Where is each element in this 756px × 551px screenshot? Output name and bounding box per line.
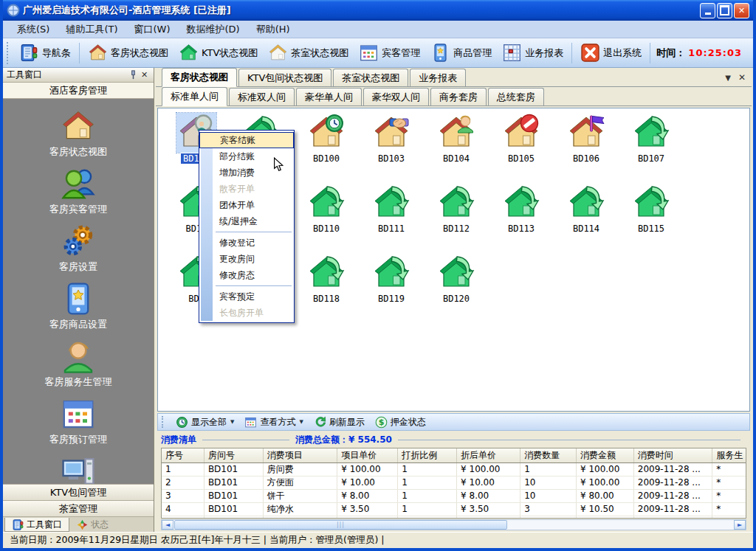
room-BD113[interactable]: BD113 <box>489 183 554 253</box>
room-type-tab-2[interactable]: 标准双人间 <box>229 88 295 105</box>
column-header-6[interactable]: 折后单价 <box>457 448 520 462</box>
column-header-1[interactable]: 序号 <box>162 448 204 462</box>
context-menu-item[interactable]: 宾客结账 <box>199 132 294 148</box>
tab-4[interactable]: 业务报表 <box>410 69 466 86</box>
context-menu-item[interactable]: 修改登记 <box>199 235 294 251</box>
context-menu-item[interactable]: 修改房态 <box>199 267 294 283</box>
context-menu-item[interactable]: 更改房间 <box>199 251 294 267</box>
room-BD103[interactable]: BD103 <box>359 113 424 183</box>
device-icon <box>430 43 450 63</box>
nav-bar-button[interactable]: 导航条 <box>14 41 76 64</box>
context-menu-separator <box>216 285 292 286</box>
room-BD106[interactable]: BD106 <box>554 113 619 183</box>
column-header-5[interactable]: 打折比例 <box>398 448 457 462</box>
scroll-right-icon[interactable]: ► <box>734 520 746 530</box>
column-header-2[interactable]: 房间号 <box>204 448 263 462</box>
tool-window-tab[interactable]: 工具窗口 <box>4 518 69 532</box>
room-BD110[interactable]: BD110 <box>294 183 359 253</box>
ktv-status-view-button[interactable]: KTV状态视图 <box>173 41 263 64</box>
show-all-button[interactable]: 显示全部▼ <box>171 415 239 429</box>
toolbar-button-label: 宾客管理 <box>382 46 420 60</box>
horizontal-scrollbar[interactable]: ◄ ||| ► <box>161 519 746 530</box>
scrollbar-thumb[interactable]: ||| <box>174 520 507 530</box>
tab-3[interactable]: 茶室状态视图 <box>333 69 408 86</box>
room-BD112[interactable]: BD112 <box>424 183 489 253</box>
context-menu-item[interactable]: 宾客预定 <box>199 288 294 305</box>
room-BD120[interactable]: BD120 <box>424 253 489 323</box>
minimize-button[interactable] <box>700 3 715 18</box>
context-menu-item[interactable]: 团体开单 <box>199 197 294 213</box>
room-BD114[interactable]: BD114 <box>554 183 619 253</box>
column-header-10[interactable]: 服务生 <box>712 448 746 462</box>
pin-icon[interactable] <box>128 69 139 80</box>
tab-2[interactable]: KTV包间状态视图 <box>238 69 331 86</box>
ktv-room-management-section[interactable]: KTV包间管理 <box>3 484 154 500</box>
status-tab[interactable]: 状态 <box>69 518 115 532</box>
room-status-view-button[interactable]: 客房状态视图 <box>83 41 173 64</box>
sidebar-item-room-guest-management[interactable]: 客房宾客管理 <box>3 166 154 216</box>
business-report-button[interactable]: 业务报表 <box>497 41 568 64</box>
room-type-tab-1[interactable]: 标准单人间 <box>162 87 227 106</box>
maximize-button[interactable] <box>717 3 732 18</box>
toolbar-button-label: KTV状态视图 <box>202 46 258 60</box>
column-header-4[interactable]: 项目单价 <box>337 448 398 462</box>
table-row[interactable]: 1BD101房间费¥ 100.001¥ 100.001¥ 100.002009-… <box>162 462 746 476</box>
table-row[interactable]: 4BD101纯净水¥ 3.501¥ 3.503¥ 10.502009-11-28… <box>162 502 746 516</box>
room-label: BD110 <box>311 223 342 234</box>
sidebar-item-room-status-view[interactable]: 客房状态视图 <box>3 108 154 159</box>
exit-system-button[interactable]: 退出系统 <box>575 41 647 64</box>
close-panel-icon[interactable]: ✕ <box>139 69 150 80</box>
tab-1[interactable]: 客房状态视图 <box>162 68 237 87</box>
tea-status-view-button[interactable]: 茶室状态视图 <box>263 41 354 64</box>
room-BD111[interactable]: BD111 <box>359 183 424 253</box>
sidebar-item-label: 客房服务生管理 <box>45 375 112 389</box>
table-cell: BD101 <box>204 462 263 476</box>
sidebar-item-room-settings[interactable]: 客房设置 <box>3 223 154 274</box>
sidebar-item-label: 客房宾客管理 <box>49 203 107 216</box>
room-BD119[interactable]: BD119 <box>359 253 424 323</box>
room-type-tab-6[interactable]: 总统套房 <box>488 88 544 105</box>
table-row[interactable]: 5BD101红葡萄酒¥ 88.001¥ 88.003¥ 264.002009-1… <box>162 516 746 519</box>
room-BD100[interactable]: BD100 <box>294 113 359 183</box>
table-row[interactable]: 3BD101饼干¥ 8.001¥ 8.0010¥ 80.002009-11-28… <box>162 489 746 502</box>
table-cell: 2009-11-28 ... <box>633 502 712 516</box>
deposit-status-button[interactable]: $押金状态 <box>370 415 431 429</box>
sidebar-item-room-waiter-management[interactable]: 客房服务生管理 <box>3 339 154 389</box>
column-header-8[interactable]: 消费金额 <box>576 448 633 462</box>
sidebar-item-room-other-payments[interactable]: 客房其他款项登记 <box>3 454 154 484</box>
close-button[interactable]: ✕ <box>734 3 749 18</box>
menu-item-1[interactable]: 系统(S) <box>9 21 58 38</box>
view-mode-button[interactable]: 查看方式▼ <box>239 415 308 429</box>
menu-item-3[interactable]: 窗口(W) <box>126 21 179 38</box>
room-BD115[interactable]: BD115 <box>619 183 684 253</box>
column-header-7[interactable]: 消费数量 <box>520 448 577 462</box>
refresh-button[interactable]: 刷新显示 <box>309 415 370 429</box>
chevron-down-icon[interactable]: ▼ <box>725 74 731 82</box>
sidebar-item-room-booking-management[interactable]: 客房预订管理 <box>3 396 154 446</box>
hotel-room-management-section[interactable]: 酒店客房管理 <box>3 83 154 99</box>
column-header-3[interactable]: 消费项目 <box>263 448 337 462</box>
column-header-9[interactable]: 消费时间 <box>633 448 712 462</box>
close-tab-icon[interactable]: ✕ <box>738 72 746 83</box>
room-type-tab-4[interactable]: 豪华双人间 <box>363 88 429 105</box>
room-type-tab-3[interactable]: 豪华单人间 <box>296 88 362 105</box>
menu-item-4[interactable]: 数据维护(D) <box>179 21 248 38</box>
room-type-tab-5[interactable]: 商务套房 <box>430 88 487 105</box>
room-label: BD119 <box>376 294 407 304</box>
sidebar-item-room-goods-settings[interactable]: 客房商品设置 <box>3 281 154 331</box>
table-row[interactable]: 2BD101方便面¥ 10.001¥ 10.0010¥ 100.002009-1… <box>162 476 746 489</box>
table-cell: ¥ 100.00 <box>576 476 633 489</box>
room-BD104[interactable]: BD104 <box>424 113 489 183</box>
room-BD105[interactable]: BD105 <box>489 113 554 183</box>
menu-item-2[interactable]: 辅助工具(T) <box>58 21 126 38</box>
room-BD118[interactable]: BD118 <box>294 253 359 323</box>
tea-room-management-section[interactable]: 茶室管理 <box>3 500 154 516</box>
toolbar-button-label: 商品管理 <box>453 46 492 60</box>
goods-management-button[interactable]: 商品管理 <box>425 41 497 64</box>
scroll-left-icon[interactable]: ◄ <box>162 520 173 530</box>
menu-item-5[interactable]: 帮助(H) <box>248 21 298 38</box>
context-menu-item[interactable]: 续/退押金 <box>199 213 294 229</box>
room-BD107[interactable]: BD107 <box>619 113 684 183</box>
guest-management-button[interactable]: 宾客管理 <box>354 41 425 64</box>
report-icon <box>502 43 522 63</box>
